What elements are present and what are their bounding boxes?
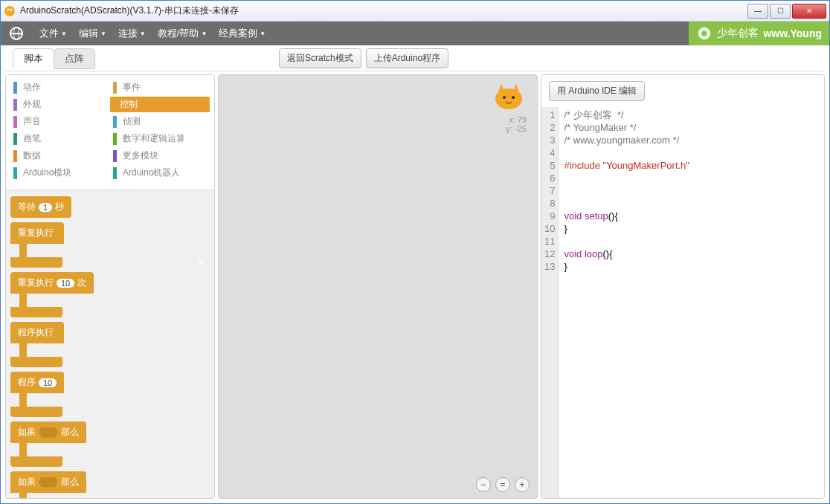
category-label: Arduino模块 (23, 167, 71, 179)
svg-point-0 (4, 6, 15, 16)
script-stage[interactable]: x: 79 y: -25 − = + (218, 74, 538, 499)
stage-zoom-controls: − = + (476, 477, 530, 492)
category-label: 控制 (120, 98, 138, 111)
category-更多模块[interactable]: 更多模块 (110, 148, 210, 164)
content-area: 脚本 点阵 返回Scratch模式 上传Arduino程序 动作外观声音画笔数据… (1, 45, 829, 503)
category-col-left: 动作外观声音画笔数据Arduino模块 (10, 80, 110, 181)
category-label: 数字和逻辑运算 (123, 132, 185, 145)
category-swatch (13, 82, 17, 94)
category-label: 更多模块 (123, 149, 158, 162)
category-swatch (13, 116, 17, 128)
tab-scripts[interactable]: 脚本 (13, 48, 54, 69)
category-swatch (113, 167, 117, 179)
menu-examples[interactable]: 经典案例▼ (213, 27, 271, 40)
category-事件[interactable]: 事件 (110, 80, 210, 95)
tab-matrix[interactable]: 点阵 (54, 48, 95, 69)
category-col-right: 事件控制侦测数字和逻辑运算更多模块Arduino机器人 (110, 80, 210, 181)
sprite-thumbnail: x: 79 y: -25 (491, 80, 527, 133)
category-label: 声音 (23, 115, 41, 128)
categories: 动作外观声音画笔数据Arduino模块 事件控制侦测数字和逻辑运算更多模块Ard… (6, 75, 214, 190)
block-program[interactable]: 程序10 (10, 372, 210, 417)
mode-buttons: 返回Scratch模式 上传Arduino程序 (279, 48, 448, 68)
maximize-button[interactable]: ☐ (770, 4, 791, 19)
menu-connect[interactable]: 连接▼ (112, 27, 152, 40)
upload-arduino-button[interactable]: 上传Arduino程序 (366, 48, 448, 68)
category-label: Arduino机器人 (123, 167, 180, 179)
category-画笔[interactable]: 画笔 (10, 131, 110, 146)
category-外观[interactable]: 外观 (10, 97, 110, 112)
line-gutter: 12345678910111213 (541, 107, 559, 498)
block-if-else[interactable]: 如果那么 否则 (10, 471, 210, 498)
category-swatch (113, 82, 117, 94)
svg-point-9 (495, 88, 522, 109)
block-wait[interactable]: 等待1秒 (10, 196, 210, 218)
open-ide-button[interactable]: 用 Arduino IDE 编辑 (549, 81, 645, 101)
block-repeat[interactable]: 重复执行10次 ↻ (10, 272, 210, 317)
tabs: 脚本 点阵 (13, 48, 94, 69)
category-label: 数据 (23, 149, 41, 162)
category-label: 画笔 (23, 132, 41, 145)
brand-text1: 少年创客 (717, 27, 759, 40)
category-Arduino模块[interactable]: Arduino模块 (10, 165, 110, 181)
category-侦测[interactable]: 侦测 (110, 114, 210, 129)
block-palette: 动作外观声音画笔数据Arduino模块 事件控制侦测数字和逻辑运算更多模块Ard… (5, 74, 215, 499)
block-forever[interactable]: 重复执行 ↻ (10, 222, 210, 268)
category-swatch (13, 99, 17, 111)
menu-file[interactable]: 文件▼ (33, 27, 73, 40)
svg-point-8 (702, 30, 707, 36)
category-数字和逻辑运算[interactable]: 数字和逻辑运算 (110, 131, 210, 146)
code-panel: 用 Arduino IDE 编辑 12345678910111213 /* 少年… (541, 74, 825, 499)
category-swatch (113, 133, 117, 145)
minimize-button[interactable]: — (747, 4, 768, 19)
category-swatch (13, 133, 17, 145)
brand-banner: 少年创客 www.Young (689, 22, 829, 45)
svg-point-10 (503, 96, 506, 99)
window-controls: — ☐ ✕ (747, 4, 826, 19)
category-swatch (113, 116, 117, 128)
blocks-list: 等待1秒 重复执行 ↻ 重复执行10次 ↻ 程序执行 (6, 190, 214, 498)
category-动作[interactable]: 动作 (10, 80, 110, 95)
top-row: 脚本 点阵 返回Scratch模式 上传Arduino程序 (5, 48, 825, 71)
menu-help[interactable]: 教程/帮助▼ (152, 27, 213, 40)
category-label: 侦测 (123, 115, 141, 128)
back-to-scratch-button[interactable]: 返回Scratch模式 (279, 48, 361, 68)
category-声音[interactable]: 声音 (10, 114, 110, 129)
svg-point-11 (512, 96, 515, 99)
category-swatch (110, 99, 114, 111)
category-swatch (13, 150, 17, 162)
category-label: 事件 (123, 81, 141, 94)
workarea: 动作外观声音画笔数据Arduino模块 事件控制侦测数字和逻辑运算更多模块Ard… (5, 71, 825, 499)
app-window: ArduinoScratch(ADScratch)(V3.1.7)-串口未连接-… (0, 0, 830, 504)
code-lines: /* 少年创客 *//* YoungMaker *//* www.youngma… (559, 107, 693, 498)
window-title: ArduinoScratch(ADScratch)(V3.1.7)-串口未连接-… (20, 4, 747, 17)
category-swatch (113, 150, 117, 162)
block-if-then[interactable]: 如果那么 (10, 421, 210, 467)
category-控制[interactable]: 控制 (110, 97, 210, 112)
zoom-in-button[interactable]: + (515, 477, 530, 492)
block-program-exec[interactable]: 程序执行 (10, 322, 210, 367)
category-label: 动作 (23, 81, 41, 94)
menu-edit[interactable]: 编辑▼ (73, 27, 112, 40)
close-button[interactable]: ✕ (792, 4, 826, 19)
titlebar: ArduinoScratch(ADScratch)(V3.1.7)-串口未连接-… (1, 1, 829, 22)
category-label: 外观 (23, 98, 41, 111)
app-icon (4, 5, 16, 17)
code-area[interactable]: 12345678910111213 /* 少年创客 *//* YoungMake… (541, 107, 824, 498)
svg-point-1 (7, 8, 10, 10)
sprite-coords: x: 79 y: -25 (491, 115, 527, 133)
zoom-reset-button[interactable]: = (495, 477, 510, 492)
brand-gear-icon (696, 25, 712, 42)
brand-text2: www.Young (763, 28, 822, 39)
category-swatch (13, 167, 17, 179)
language-icon[interactable] (10, 27, 23, 40)
cat-sprite-icon (491, 80, 527, 112)
zoom-out-button[interactable]: − (476, 477, 491, 492)
category-数据[interactable]: 数据 (10, 148, 110, 164)
menubar: 文件▼ 编辑▼ 连接▼ 教程/帮助▼ 经典案例▼ ? 少年创客 www.Youn… (1, 22, 829, 45)
category-Arduino机器人[interactable]: Arduino机器人 (110, 165, 210, 181)
svg-point-2 (10, 8, 13, 10)
